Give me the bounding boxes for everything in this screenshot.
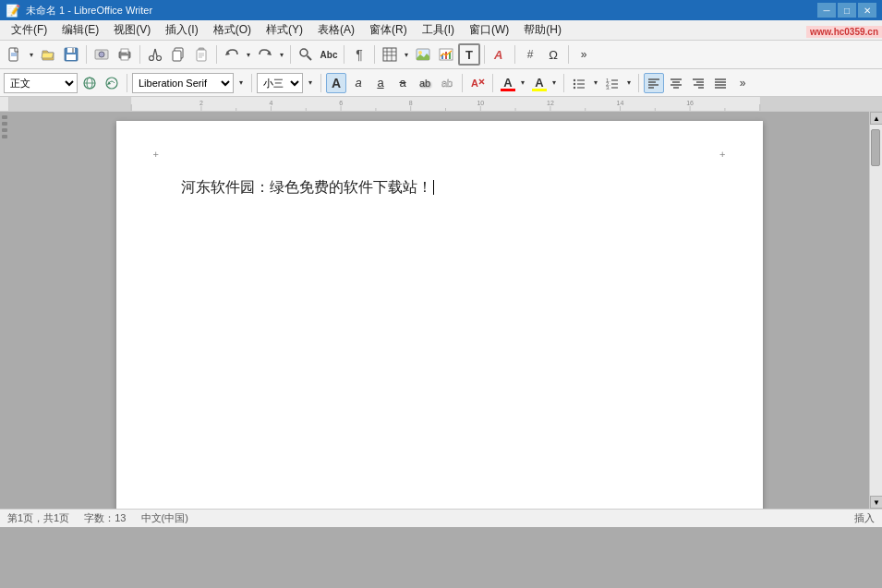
word-count: 字数：13 xyxy=(84,511,126,525)
svg-rect-76 xyxy=(9,97,131,111)
menu-edit[interactable]: 编辑(E) xyxy=(54,20,106,40)
copy-button[interactable] xyxy=(167,43,189,66)
insert-field-button[interactable]: # xyxy=(519,43,541,66)
align-right-button[interactable] xyxy=(688,73,708,93)
undo-arrow[interactable]: ▾ xyxy=(244,43,253,66)
minimize-button[interactable]: ─ xyxy=(817,3,836,18)
language: 中文(中国) xyxy=(141,511,188,525)
svg-rect-77 xyxy=(760,97,882,111)
svg-text:6: 6 xyxy=(339,100,343,106)
ruler-corner[interactable] xyxy=(0,97,9,111)
more-fmt-button[interactable]: » xyxy=(732,73,753,93)
formatting-toolbar: 正文 Liberation Serif ▾ 小三 ▾ A a a a ab ab… xyxy=(0,69,882,97)
bold-button[interactable]: A xyxy=(326,73,346,93)
new-doc-arrow[interactable]: ▾ xyxy=(27,43,36,66)
vertical-scrollbar: ▲ ▼ xyxy=(869,112,882,509)
ruler-area: 2 4 6 8 10 12 14 16 xyxy=(0,97,882,112)
table-arrow[interactable]: ▾ xyxy=(402,43,411,66)
size-arrow[interactable]: ▾ xyxy=(305,73,316,93)
menu-view[interactable]: 视图(V) xyxy=(106,20,158,40)
font-arrow[interactable]: ▾ xyxy=(236,73,247,93)
maximize-button[interactable]: □ xyxy=(838,3,856,18)
special-char-button[interactable]: Ω xyxy=(542,43,564,66)
paste-button[interactable] xyxy=(190,43,212,66)
font-color-arrow[interactable]: ▾ xyxy=(518,73,527,93)
page-count: 第1页，共1页 xyxy=(7,511,69,525)
ordered-list-button[interactable]: 1.2.3. xyxy=(602,73,622,93)
cut-button[interactable] xyxy=(144,43,166,66)
menu-format[interactable]: 格式(O) xyxy=(206,20,259,40)
italic-button[interactable]: a xyxy=(348,73,369,93)
more-button[interactable]: » xyxy=(573,43,595,66)
close-button[interactable]: ✕ xyxy=(858,3,876,18)
unordered-list-button[interactable] xyxy=(569,73,589,93)
style-globe-button[interactable] xyxy=(79,73,100,93)
highlight-arrow[interactable]: ▾ xyxy=(550,73,559,93)
svg-line-16 xyxy=(155,49,157,57)
standard-toolbar: ▾ ▾ ▾ xyxy=(0,41,882,69)
menu-styles[interactable]: 样式(Y) xyxy=(259,20,310,40)
menu-help[interactable]: 帮助(H) xyxy=(516,20,569,40)
scrollbar-down-button[interactable]: ▼ xyxy=(870,496,882,509)
svg-rect-10 xyxy=(121,49,128,53)
svg-text:2: 2 xyxy=(199,100,203,106)
document-area[interactable]: + + 河东软件园：绿色免费的软件下载站！ xyxy=(9,112,869,509)
svg-text:14: 14 xyxy=(617,100,624,106)
insert-textbox-button[interactable]: T xyxy=(458,43,480,66)
page-corner-tr: + xyxy=(719,149,725,160)
menu-tools[interactable]: 工具(I) xyxy=(415,20,462,40)
menu-form[interactable]: 窗体(R) xyxy=(362,20,415,40)
document-content[interactable]: 河东软件园：绿色免费的软件下载站！ xyxy=(181,176,707,198)
svg-text:8: 8 xyxy=(409,100,413,106)
status-bar: 第1页，共1页 字数：13 中文(中国) 插入 xyxy=(0,509,882,527)
redo-button[interactable] xyxy=(254,43,276,66)
print-button[interactable] xyxy=(114,43,136,66)
clear-format-button[interactable]: A xyxy=(467,73,488,93)
font-color-button[interactable]: A xyxy=(498,73,518,93)
save-remote-button[interactable] xyxy=(91,43,113,66)
shadow-button[interactable]: ab xyxy=(415,73,435,93)
left-sidebar xyxy=(0,112,9,509)
insert-fontwork-button[interactable]: A xyxy=(489,43,511,66)
nonprint-button[interactable]: ¶ xyxy=(348,43,370,66)
undo-button[interactable] xyxy=(221,43,243,66)
svg-rect-28 xyxy=(383,48,396,61)
svg-point-50 xyxy=(574,82,575,84)
paragraph-style-select[interactable]: 正文 xyxy=(4,73,78,93)
outline-button[interactable]: ab xyxy=(437,73,457,93)
update-style-button[interactable] xyxy=(102,73,122,93)
svg-point-43 xyxy=(106,78,117,89)
menu-table[interactable]: 表格(A) xyxy=(310,20,362,40)
highlight-button[interactable]: A xyxy=(529,73,550,93)
redo-arrow[interactable]: ▾ xyxy=(277,43,286,66)
underline-button[interactable]: a xyxy=(370,73,391,93)
align-left-button[interactable] xyxy=(644,73,664,93)
menu-file[interactable]: 文件(F) xyxy=(4,20,54,40)
svg-point-48 xyxy=(574,78,575,80)
app-icon: 📝 xyxy=(6,4,20,18)
insert-mode[interactable]: 插入 xyxy=(854,511,875,525)
save-button[interactable] xyxy=(60,43,82,66)
insert-table-button[interactable] xyxy=(379,43,401,66)
insert-image-button[interactable] xyxy=(412,43,434,66)
menu-window[interactable]: 窗口(W) xyxy=(462,20,516,40)
svg-point-8 xyxy=(99,52,104,57)
align-center-button[interactable] xyxy=(666,73,686,93)
open-button[interactable] xyxy=(37,43,59,66)
scrollbar-track[interactable] xyxy=(870,125,882,496)
document-page[interactable]: + + 河东软件园：绿色免费的软件下载站！ xyxy=(116,121,763,509)
menu-insert[interactable]: 插入(I) xyxy=(158,20,205,40)
insert-chart-button[interactable] xyxy=(435,43,457,66)
justify-button[interactable] xyxy=(710,73,731,93)
font-name-select[interactable]: Liberation Serif xyxy=(132,73,234,93)
new-doc-button[interactable] xyxy=(4,43,26,66)
unordered-list-arrow[interactable]: ▾ xyxy=(591,73,600,93)
find-button[interactable] xyxy=(295,43,317,66)
strikethrough-button[interactable]: a xyxy=(393,73,413,93)
page-corner-tl: + xyxy=(153,149,159,160)
scrollbar-thumb[interactable] xyxy=(871,129,880,166)
spellcheck-button[interactable]: Abc xyxy=(318,43,340,66)
font-size-select[interactable]: 小三 xyxy=(257,73,303,93)
scrollbar-up-button[interactable]: ▲ xyxy=(870,112,882,125)
ordered-list-arrow[interactable]: ▾ xyxy=(624,73,634,93)
